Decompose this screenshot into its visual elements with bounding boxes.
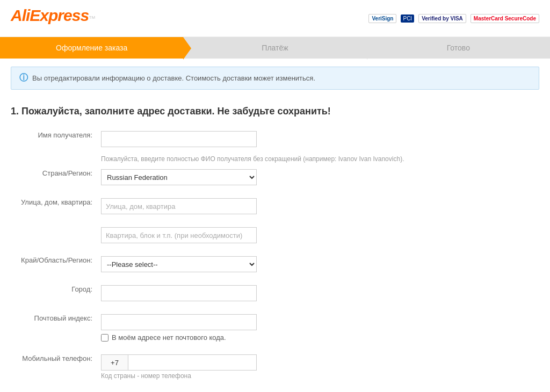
phone-hint: Код страны - номер телефона: [101, 372, 407, 380]
header: AliExpress™ VeriSign PCI Verified by VIS…: [0, 0, 550, 37]
logo: AliExpress™: [11, 6, 95, 30]
region-select[interactable]: --Please select--: [101, 256, 257, 272]
mastercard-badge: MasterCard SecureCode: [471, 14, 539, 23]
security-badges: VeriSign PCI Verified by VISA MasterCard…: [368, 14, 539, 23]
street2-row: [11, 224, 539, 246]
street1-input[interactable]: [101, 198, 257, 214]
city-input[interactable]: [101, 285, 257, 301]
recipient-cell: [97, 128, 539, 150]
postal-label: Почтовый индекс:: [11, 311, 97, 345]
phone-input[interactable]: [128, 354, 257, 371]
no-postal-checkbox[interactable]: [101, 334, 108, 342]
street1-cell: [97, 195, 539, 217]
country-row: Страна/Регион: Russian Federation: [11, 166, 539, 188]
phone-cell: +7 Код страны - номер телефона: [97, 351, 539, 383]
postal-cell: В моём адресе нет почтового кода.: [97, 311, 539, 345]
no-postal-label: В моём адресе нет почтового кода.: [112, 333, 226, 342]
phone-prefix: +7: [101, 354, 128, 371]
progress-bar: Оформление заказа Платёж Готово: [0, 37, 550, 59]
region-cell: --Please select--: [97, 253, 539, 275]
phone-row: Мобильный телефон: +7 Код страны - номер…: [11, 351, 539, 383]
verisign-badge: VeriSign: [368, 14, 396, 23]
info-message: Вы отредактировали информацию о доставке…: [32, 74, 315, 82]
region-row: Край/Область/Регион: --Please select--: [11, 253, 539, 275]
form-section: 1. Пожалуйста, заполните адрес доставки.…: [0, 98, 550, 392]
default-row: Установить по умолчанию: [11, 389, 539, 392]
recipient-input[interactable]: [101, 131, 257, 147]
city-cell: [97, 282, 539, 304]
phone-label: Мобильный телефон:: [11, 351, 97, 383]
city-row: Город:: [11, 282, 539, 304]
recipient-row: Имя получателя:: [11, 128, 539, 150]
recipient-hint: Пожалуйста, введите полностью ФИО получа…: [101, 155, 407, 163]
phone-row-inner: +7: [101, 354, 535, 371]
recipient-label: Имя получателя:: [11, 128, 97, 150]
street1-row: Улица, дом, квартира:: [11, 195, 539, 217]
info-icon: ⓘ: [19, 72, 28, 84]
postal-input[interactable]: [101, 314, 257, 330]
country-cell: Russian Federation: [97, 166, 539, 188]
pci-badge: PCI: [401, 14, 414, 23]
verified-visa-badge: Verified by VISA: [418, 14, 466, 23]
country-select[interactable]: Russian Federation: [101, 169, 257, 185]
step-order: Оформление заказа: [0, 37, 183, 59]
form-table: Имя получателя: Пожалуйста, введите полн…: [11, 128, 539, 392]
step-payment: Платёж: [183, 37, 366, 59]
step-done: Готово: [367, 37, 550, 59]
country-label: Страна/Регион:: [11, 166, 97, 188]
region-label: Край/Область/Регион:: [11, 253, 97, 275]
street2-label: [11, 224, 97, 246]
form-title: 1. Пожалуйста, заполните адрес доставки.…: [11, 106, 539, 117]
default-cell: Установить по умолчанию: [97, 389, 539, 392]
info-bar: ⓘ Вы отредактировали информацию о достав…: [11, 67, 539, 90]
postal-row: Почтовый индекс: В моём адресе нет почто…: [11, 311, 539, 345]
street1-label: Улица, дом, квартира:: [11, 195, 97, 217]
street2-cell: [97, 224, 539, 246]
street2-input[interactable]: [101, 227, 257, 243]
city-label: Город:: [11, 282, 97, 304]
